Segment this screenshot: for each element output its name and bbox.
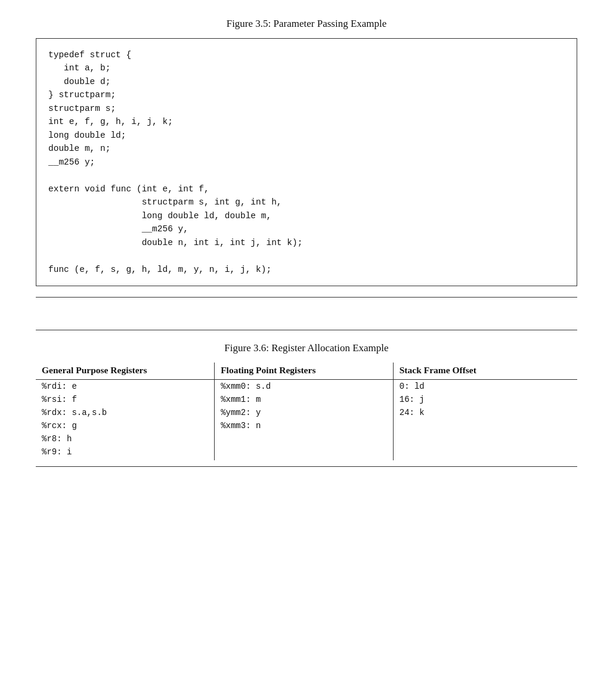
- table-cell: [215, 432, 394, 445]
- table-row: %rdi: e%xmm0: s.d0: ld: [36, 379, 577, 393]
- table-cell: %ymm2: y: [215, 406, 394, 419]
- table-cell: 16: j: [393, 393, 577, 406]
- table-cell: %xmm3: n: [215, 419, 394, 432]
- header-fpr: Floating Point Registers: [215, 363, 394, 380]
- header-sfo: Stack Frame Offset: [393, 363, 577, 380]
- table-cell: %xmm1: m: [215, 393, 394, 406]
- table-cell: %r9: i: [36, 445, 215, 460]
- figure-3-5-code: typedef struct { int a, b; double d; } s…: [36, 38, 577, 286]
- table-cell: %rsi: f: [36, 393, 215, 406]
- table-cell: %r8: h: [36, 432, 215, 445]
- table-cell: %rdi: e: [36, 379, 215, 393]
- figure-3-5-title: Figure 3.5: Parameter Passing Example: [36, 18, 577, 30]
- table-row: %r9: i: [36, 445, 577, 460]
- table-cell: %xmm0: s.d: [215, 379, 394, 393]
- figure-3-6: Figure 3.6: Register Allocation Example …: [36, 342, 577, 467]
- table-bottom-rule: [36, 466, 577, 467]
- table-cell: [393, 445, 577, 460]
- table-row: %rsi: f%xmm1: m16: j: [36, 393, 577, 406]
- figure-3-5: Figure 3.5: Parameter Passing Example ty…: [36, 18, 577, 286]
- table-cell: 24: k: [393, 406, 577, 419]
- table-cell: [393, 419, 577, 432]
- header-gpr: General Purpose Registers: [36, 363, 215, 380]
- table-cell: %rdx: s.a,s.b: [36, 406, 215, 419]
- divider-1: [36, 297, 577, 298]
- table-cell: %rcx: g: [36, 419, 215, 432]
- table-row: %rcx: g%xmm3: n: [36, 419, 577, 432]
- table-row: %rdx: s.a,s.b%ymm2: y24: k: [36, 406, 577, 419]
- register-table: General Purpose Registers Floating Point…: [36, 363, 577, 460]
- table-cell: [393, 432, 577, 445]
- figure-3-6-title: Figure 3.6: Register Allocation Example: [36, 342, 577, 354]
- divider-2: [36, 330, 577, 330]
- table-row: %r8: h: [36, 432, 577, 445]
- table-cell: [215, 445, 394, 460]
- table-cell: 0: ld: [393, 379, 577, 393]
